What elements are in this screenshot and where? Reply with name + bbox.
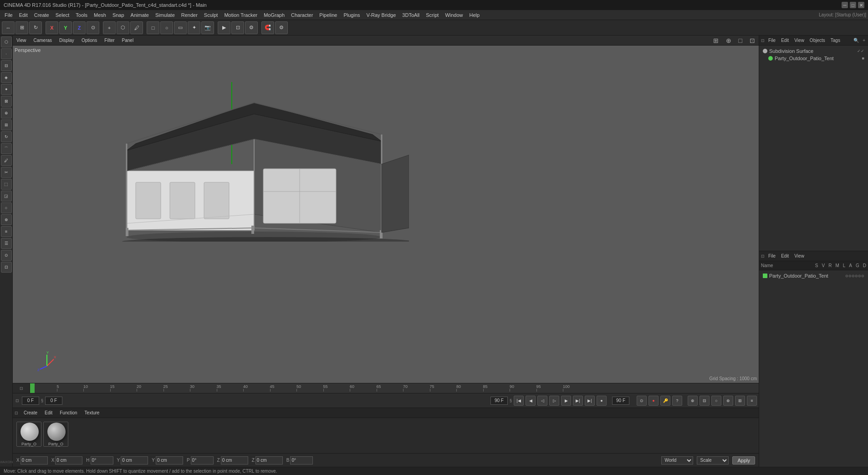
extrude-tool[interactable]: ⬚ [1,179,12,190]
lasso[interactable]: ⬡ [117,21,129,34]
playhead[interactable] [30,383,35,393]
cube-primitive[interactable]: □ [147,21,159,34]
edge-mode[interactable]: ⊟ [1,60,12,71]
object-party-tent[interactable]: Party_Outdoor_Patio_Tent ■ [761,55,866,62]
menu-animate[interactable]: Animate [128,11,152,19]
menu-select[interactable]: Select [53,11,72,19]
world-coords[interactable]: ⊙ [87,21,99,34]
viewport-maximize-icon[interactable]: □ [737,37,744,44]
material-item-1[interactable]: Party_O [16,422,41,447]
snap-transport[interactable]: ⊟ [700,396,710,406]
obj-search-icon[interactable]: 🔍 [853,38,860,43]
viewport-menu-panel[interactable]: Panel [120,37,136,44]
coord-b-input[interactable] [290,456,313,465]
paint-tool[interactable]: ⊕ [1,214,12,225]
tool-move[interactable]: ↔ [2,21,15,34]
menu-simulate[interactable]: Simulate [153,11,178,19]
axis-z[interactable]: Z [73,21,86,34]
obj-menu-edit[interactable]: Edit [779,37,791,44]
coord-y-size-input[interactable] [156,456,183,465]
go-to-start[interactable]: |◀ [514,396,524,406]
play-forward[interactable]: ▶ [561,396,571,406]
add-obj[interactable]: + [103,21,116,34]
render-to-picture-viewer[interactable]: ▶ [218,21,230,34]
menu-motion-tracker[interactable]: Motion Tracker [221,11,260,19]
pen-tool[interactable]: 🖊 [1,155,12,166]
extra-btn2[interactable]: ⊡ [1,262,12,273]
menu-create[interactable]: Create [31,11,52,19]
rotate-tool[interactable]: ↻ [1,131,12,142]
viewport[interactable]: Perspective [13,46,759,383]
coord-z-pos-input[interactable] [221,456,248,465]
menu-script[interactable]: Script [423,11,441,19]
tool-scale[interactable]: ⊞ [15,21,28,34]
viewport-center-icon[interactable]: ⊕ [724,37,733,44]
select-all[interactable]: ✦ [1,84,12,95]
maximize-button[interactable]: □ [850,2,856,8]
material-item-2[interactable]: Party_O [43,422,68,447]
spline-tool[interactable]: ⌒ [1,143,12,154]
viewport-menu-filter[interactable]: Filter [102,37,116,44]
menu-character[interactable]: Character [288,11,316,19]
axis-x[interactable]: X [46,21,58,34]
menu-tools[interactable]: Tools [73,11,90,19]
key-btn[interactable]: 🔑 [660,396,670,406]
obj-menu-file[interactable]: File [766,37,777,44]
menu-help[interactable]: Help [467,11,483,19]
obj-menu-objects[interactable]: Objects [808,37,827,44]
apply-button[interactable]: Apply [732,456,755,465]
play-reverse[interactable]: ◁ [537,396,547,406]
render-controls[interactable]: ⊙ [637,396,647,406]
sphere-primitive[interactable]: ○ [160,21,173,34]
record-btn[interactable]: ● [648,396,659,406]
viewport-menu-view[interactable]: View [15,37,28,44]
go-to-end[interactable]: ▶| [585,396,595,406]
viewport-fit-icon[interactable]: ⊞ [711,37,720,44]
move-tool[interactable]: ⊕ [1,108,12,119]
deselect[interactable]: ⊠ [1,96,12,107]
coord-h-input[interactable] [91,456,113,465]
play[interactable]: ▷ [549,396,559,406]
coord-z-size-input[interactable] [255,456,283,465]
timeline-track[interactable]: (function(){ const ruler = document.getE… [30,383,759,393]
record[interactable]: ● [597,396,607,406]
viewport-menu-cameras[interactable]: Cameras [32,37,54,44]
path-transport[interactable]: ⊕ [723,396,733,406]
step-back[interactable]: ◀ [526,396,536,406]
timeline-ruler[interactable]: ⊡ (function(){ const ruler = document.ge… [13,383,759,393]
menu-edit[interactable]: Edit [16,11,31,19]
attr-tent-item[interactable]: Party_Outdoor_Patio_Tent ⊙⊙⊙⊙⊙⊙ [761,272,866,279]
paint[interactable]: 🖊 [130,21,143,34]
menu-window[interactable]: Window [442,11,465,19]
help-btn[interactable]: ? [672,396,682,406]
menu-mograph[interactable]: MoGraph [261,11,287,19]
point-mode[interactable]: · [1,48,12,59]
attr-menu-view[interactable]: View [792,253,806,259]
menu-file[interactable]: File [2,11,15,19]
viewport-menu-options[interactable]: Options [80,37,99,44]
render-region[interactable]: ⊡ [231,21,244,34]
end-frame-input[interactable] [612,397,629,405]
menu-plugins[interactable]: Plugins [341,11,363,19]
mat-menu-create[interactable]: Create [22,409,39,416]
scale-mode-dropdown[interactable]: Scale Size [697,456,729,465]
knife-tool[interactable]: ✂ [1,167,12,178]
menu-sculpt[interactable]: Sculpt [201,11,221,19]
coord-p-input[interactable] [191,456,214,465]
mat-menu-function[interactable]: Function [58,409,79,416]
brush-tool[interactable]: ○ [1,202,12,213]
menu-vray-bridge[interactable]: V-Ray Bridge [364,11,399,19]
scale-tool[interactable]: ⊞ [1,119,12,130]
polygon-mode[interactable]: ◈ [1,72,12,83]
layers-btn[interactable]: ≡ [1,226,12,237]
viewport-layout-icon[interactable]: ⊡ [748,37,757,44]
mat-menu-texture[interactable]: Texture [83,409,102,416]
mat-menu-edit[interactable]: Edit [43,409,54,416]
minimize-button[interactable]: ─ [842,2,848,8]
obj-menu-tags[interactable]: Tags [829,37,842,44]
obj-menu-view[interactable]: View [792,37,806,44]
coord-y-pos-input[interactable] [121,456,148,465]
list-transport[interactable]: ≡ [747,396,757,406]
coord-system-dropdown[interactable]: World Object Parent [661,456,693,465]
obj-add-icon[interactable]: + [862,38,866,43]
